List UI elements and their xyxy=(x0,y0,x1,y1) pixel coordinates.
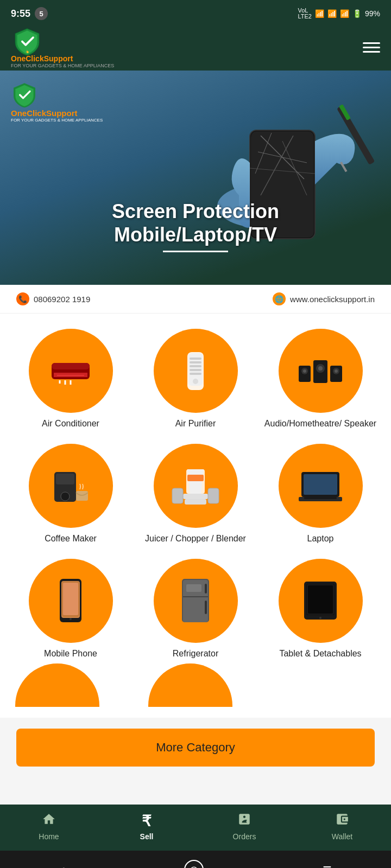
contact-bar: 📞 08069202 1919 🌐 www.oneclicksupport.in xyxy=(0,285,391,314)
category-audio[interactable]: Audio/Hometheatre/ Speaker xyxy=(261,324,380,434)
promo-banner: OneClickSupport FOR YOUR GADGETS & HOME … xyxy=(0,71,391,285)
category-circle-purifier xyxy=(154,329,238,413)
mobile-icon xyxy=(46,576,95,625)
home-button[interactable]: ○ xyxy=(184,860,204,868)
orders-nav-icon xyxy=(237,812,251,830)
svg-point-27 xyxy=(193,379,198,384)
website-contact[interactable]: 🌐 www.oneclicksupport.in xyxy=(273,292,375,305)
category-circle-tablet xyxy=(279,559,363,643)
category-coffee-maker[interactable]: Coffee Maker xyxy=(11,439,130,549)
svg-rect-61 xyxy=(186,584,201,592)
volte-indicator: VoLLTE2 xyxy=(298,8,311,20)
more-button-section: More Category xyxy=(0,718,391,783)
category-circle-ac xyxy=(29,329,113,413)
wallet-nav-icon xyxy=(335,812,349,830)
recents-button[interactable]: ≡ xyxy=(323,861,331,868)
category-circle-audio xyxy=(279,329,363,413)
category-refrigerator[interactable]: Refrigerator xyxy=(136,554,255,664)
category-label-tablet: Tablet & Detachables xyxy=(279,648,361,660)
system-nav-bar: ‹ ○ ≡ xyxy=(0,851,391,868)
svg-rect-42 xyxy=(183,494,208,499)
home-nav-icon xyxy=(42,812,56,830)
notification-badge: 5 xyxy=(35,7,48,20)
svg-rect-38 xyxy=(56,474,74,484)
svg-rect-45 xyxy=(208,488,219,503)
battery-percent: 99% xyxy=(365,9,380,18)
svg-rect-46 xyxy=(187,475,204,481)
app-header: 👆 OneClickSupport FOR YOUR GADGETS & HOM… xyxy=(0,27,391,71)
back-button[interactable]: ‹ xyxy=(60,860,66,868)
more-categories-hint xyxy=(5,663,386,707)
brand-tagline: FOR YOUR GADGETS & HOME APPLIANCES xyxy=(11,63,114,68)
wallet-nav-label: Wallet xyxy=(332,832,352,841)
svg-point-66 xyxy=(319,617,321,619)
banner-logo: OneClickSupport FOR YOUR GADGETS & HOME … xyxy=(11,81,103,123)
category-laptop[interactable]: Laptop xyxy=(261,439,380,549)
svg-rect-48 xyxy=(304,474,337,495)
logo-area: 👆 OneClickSupport FOR YOUR GADGETS & HOM… xyxy=(11,27,114,68)
category-air-conditioner[interactable]: Air Conditioner xyxy=(11,324,130,434)
category-label-purifier: Air Purifier xyxy=(175,418,216,430)
fridge-icon xyxy=(171,576,220,625)
status-time: 9:55 xyxy=(11,8,30,20)
category-label-ac: Air Conditioner xyxy=(42,418,99,430)
category-juicer[interactable]: Juicer / Chopper / Blender xyxy=(136,439,255,549)
logo-shield-icon: 👆 xyxy=(11,27,43,56)
categories-section: Air Conditioner Air Purifier xyxy=(0,314,391,718)
category-mobile[interactable]: Mobile Phone xyxy=(11,554,130,664)
banner-brand-name: OneClickSupport xyxy=(11,108,78,118)
categories-grid: Air Conditioner Air Purifier xyxy=(5,324,386,663)
svg-rect-23 xyxy=(190,361,201,363)
spacer xyxy=(0,783,391,805)
partial-circle-2 xyxy=(148,663,232,707)
laptop-icon xyxy=(296,461,345,510)
nav-item-home[interactable]: Home xyxy=(0,812,98,841)
phone-contact[interactable]: 📞 08069202 1919 xyxy=(16,292,90,305)
hamburger-menu[interactable] xyxy=(363,42,380,53)
category-label-laptop: Laptop xyxy=(307,533,334,545)
svg-rect-60 xyxy=(205,601,207,614)
category-label-coffee: Coffee Maker xyxy=(45,533,97,545)
banner-shield-icon xyxy=(11,81,38,108)
svg-point-39 xyxy=(61,492,70,501)
battery-indicator: 🔋 xyxy=(352,9,362,18)
category-circle-mobile xyxy=(29,559,113,643)
svg-rect-43 xyxy=(185,499,206,505)
svg-rect-50 xyxy=(304,497,337,499)
svg-text:👆: 👆 xyxy=(26,49,29,53)
brand-name: OneClickSupport xyxy=(11,54,73,63)
website-url: www.oneclicksupport.in xyxy=(290,295,375,304)
more-category-button[interactable]: More Category xyxy=(16,729,375,767)
svg-rect-65 xyxy=(308,585,333,614)
status-right: VoLLTE2 📶 📶 📶 🔋 99% xyxy=(298,8,380,20)
orders-nav-label: Orders xyxy=(233,832,256,841)
category-tablet[interactable]: Tablet & Detachables xyxy=(261,554,380,664)
coffee-icon xyxy=(46,461,95,510)
nav-item-orders[interactable]: Orders xyxy=(195,812,293,841)
category-circle-juicer xyxy=(154,444,238,528)
banner-caption: Screen Protection Mobile/Laptop/TV xyxy=(0,200,391,252)
svg-point-55 xyxy=(70,618,72,620)
home-nav-label: Home xyxy=(39,832,59,841)
svg-rect-16 xyxy=(57,375,84,376)
svg-rect-14 xyxy=(52,363,90,369)
partial-circle-1 xyxy=(15,663,99,707)
category-circle-laptop xyxy=(279,444,363,528)
svg-rect-25 xyxy=(190,369,201,371)
bottom-navigation: Home ₹ Sell Orders Wallet xyxy=(0,805,391,851)
nav-item-sell[interactable]: ₹ Sell xyxy=(98,812,195,841)
ac-icon xyxy=(46,347,95,395)
category-label-fridge: Refrigerator xyxy=(173,648,218,660)
svg-rect-22 xyxy=(190,358,201,360)
category-circle-coffee xyxy=(29,444,113,528)
svg-point-33 xyxy=(318,366,323,371)
wifi-icon: 📶 xyxy=(315,9,324,18)
sell-nav-icon: ₹ xyxy=(142,812,152,830)
svg-rect-54 xyxy=(63,583,78,615)
speaker-icon xyxy=(296,347,345,395)
category-label-audio: Audio/Hometheatre/ Speaker xyxy=(264,418,376,430)
category-label-juicer: Juicer / Chopper / Blender xyxy=(145,533,246,545)
nav-item-wallet[interactable]: Wallet xyxy=(293,812,391,841)
signal-icon2: 📶 xyxy=(340,9,349,18)
category-air-purifier[interactable]: Air Purifier xyxy=(136,324,255,434)
